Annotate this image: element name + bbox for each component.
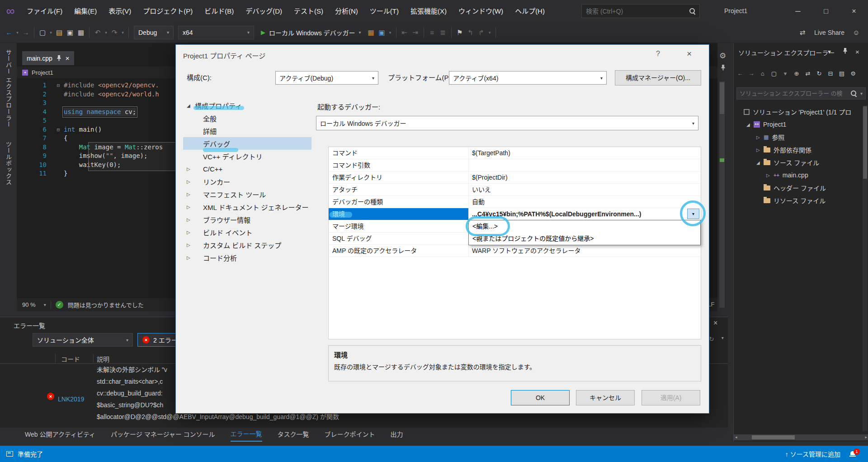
column-header-code[interactable]: コード: [61, 354, 80, 363]
refresh-icon[interactable]: ↻: [816, 68, 823, 79]
fold-marker-icon[interactable]: ⊟: [53, 81, 64, 90]
redo-menu-icon[interactable]: ▾: [120, 26, 126, 39]
column-divider[interactable]: [55, 354, 56, 363]
pending-changes-filter-icon[interactable]: ⊕: [793, 68, 800, 79]
bookmark-icon[interactable]: ⚑: [454, 26, 465, 39]
solution-tree-item[interactable]: ソリューション 'Project1' (1/1 プロ: [734, 105, 862, 118]
config-tree-item[interactable]: ▷C/C++: [183, 162, 311, 175]
close-icon[interactable]: ×: [840, 0, 868, 22]
menu-item[interactable]: テスト(S): [288, 0, 329, 22]
comment-icon[interactable]: ≡: [427, 26, 438, 39]
pin-icon[interactable]: [57, 55, 61, 61]
config-tree-item[interactable]: VC++ ディレクトリ: [183, 150, 311, 162]
solution-tree-item[interactable]: ▷++main.cpp: [734, 169, 862, 181]
save-icon[interactable]: ▣: [65, 26, 75, 39]
pin-icon[interactable]: [843, 48, 848, 54]
config-tree-item[interactable]: ▷ブラウザー情報: [183, 213, 311, 226]
feedback-icon[interactable]: ☺: [851, 26, 862, 39]
solution-tree-item[interactable]: ▷外部依存関係: [734, 143, 862, 156]
back-icon[interactable]: ←: [736, 68, 744, 79]
menu-item[interactable]: 拡張機能(X): [405, 0, 453, 22]
cancel-button[interactable]: キャンセル: [576, 390, 635, 405]
refresh-icon[interactable]: ↻: [709, 335, 714, 343]
new-file-icon[interactable]: ▢: [37, 26, 48, 39]
bookmark-prev-icon[interactable]: ↰: [465, 26, 476, 39]
performance-profiler-icon[interactable]: ▦: [366, 26, 377, 39]
live-share-button[interactable]: Live Share: [814, 29, 844, 36]
solution-explorer-search-box[interactable]: ▾: [736, 87, 866, 100]
outdent-icon[interactable]: ⇤: [399, 26, 410, 39]
home-icon[interactable]: ⌂: [759, 68, 766, 79]
collapse-all-icon[interactable]: ⊟: [827, 68, 834, 79]
undo-menu-icon[interactable]: ▾: [103, 26, 109, 39]
menu-item[interactable]: 分析(N): [329, 0, 364, 22]
property-value[interactable]: 自動: [469, 196, 701, 208]
bookmark-next-icon[interactable]: ↱: [476, 26, 487, 39]
minimize-icon[interactable]: ─: [784, 0, 812, 22]
ok-button[interactable]: OK: [511, 390, 570, 405]
scroll-left-icon[interactable]: ◂: [735, 434, 737, 440]
menu-item[interactable]: 表示(V): [103, 0, 137, 22]
property-value[interactable]: WARP ソフトウェアのアクセラレータ: [469, 245, 701, 257]
add-to-source-control-button[interactable]: ↑ ソース管理に追加: [785, 449, 840, 458]
properties-icon[interactable]: ⚙: [849, 68, 857, 79]
indent-icon[interactable]: ⇥: [410, 26, 421, 39]
property-row[interactable]: デバッガーの種類自動: [329, 196, 701, 208]
tool-window-tab[interactable]: ツールボックス: [4, 141, 13, 186]
solution-platform-dropdown[interactable]: x64 ▾: [178, 26, 254, 39]
redo-icon[interactable]: ↷: [109, 26, 120, 39]
show-all-files-icon[interactable]: ▤: [838, 68, 845, 79]
switch-views-menu-icon[interactable]: ▾: [782, 68, 789, 79]
navigate-forward-icon[interactable]: →: [20, 26, 31, 39]
config-tree-item[interactable]: ▷コード分析: [183, 251, 311, 264]
property-value[interactable]: $(TargetPath): [469, 147, 701, 159]
open-file-icon[interactable]: ▤: [54, 26, 65, 39]
chevron-down-icon[interactable]: ▾: [828, 48, 831, 55]
property-row[interactable]: コマンド$(TargetPath): [329, 147, 701, 159]
fold-marker-icon[interactable]: ⊟: [53, 125, 64, 134]
scroll-right-icon[interactable]: ▸: [865, 434, 867, 440]
solution-tree-item[interactable]: ◢++Project1: [734, 118, 862, 131]
navigation-project-name[interactable]: Project1: [32, 69, 53, 76]
configuration-dropdown[interactable]: アクティブ(Debug) ▾: [275, 71, 378, 85]
apply-button[interactable]: 適用(A): [642, 390, 700, 405]
column-divider[interactable]: [93, 354, 94, 363]
menu-item[interactable]: ツール(T): [364, 0, 405, 22]
health-check-label[interactable]: 問題は見つかりませんでした: [68, 300, 144, 309]
menu-item[interactable]: ウィンドウ(W): [453, 0, 509, 22]
panel-tab[interactable]: 出力: [391, 428, 403, 441]
panel-tab[interactable]: Web 公開アクティビティ: [25, 428, 95, 441]
switch-views-icon[interactable]: ▢: [770, 68, 778, 79]
uncomment-icon[interactable]: ≣: [438, 26, 448, 39]
panel-tab[interactable]: タスク一覧: [278, 428, 309, 441]
menu-item[interactable]: 編集(E): [68, 0, 103, 22]
maximize-icon[interactable]: □: [812, 0, 840, 22]
gear-icon[interactable]: ⚙: [719, 51, 726, 61]
panel-tab[interactable]: パッケージ マネージャー コンソール: [111, 428, 215, 441]
menu-item[interactable]: ヘルプ(H): [509, 0, 551, 22]
scrollbar-thumb[interactable]: [720, 82, 724, 114]
config-tree-item[interactable]: ▷カスタム ビルド ステップ: [183, 238, 311, 251]
document-tab-main-cpp[interactable]: main.cpp ×: [22, 51, 74, 65]
menu-item[interactable]: ファイル(F): [21, 0, 68, 22]
solution-configuration-dropdown[interactable]: Debug ▾: [134, 26, 174, 39]
navigate-back-icon[interactable]: ←: [4, 26, 14, 39]
property-row[interactable]: アタッチいいえ: [329, 184, 701, 196]
editor-scrollbar[interactable]: [719, 81, 725, 308]
error-code-link[interactable]: LNK2019: [58, 395, 84, 403]
menu-item[interactable]: ビルド(B): [198, 0, 240, 22]
configuration-manager-button[interactable]: 構成マネージャー(O)...: [615, 70, 701, 86]
chevron-down-icon[interactable]: ▾: [722, 335, 724, 343]
solution-tree-item[interactable]: ◢ソース ファイル: [734, 156, 862, 169]
screenshot-menu-icon[interactable]: ▾: [387, 26, 393, 39]
tool-window-tab[interactable]: サーバー エクスプローラー: [4, 49, 13, 128]
property-value[interactable]: ...C4¥vc15¥bin;%PATH%$(LocalDebuggerEnvi…: [469, 208, 701, 220]
save-all-icon[interactable]: ▦: [75, 26, 86, 39]
solution-tree-item[interactable]: リソース ファイル: [734, 194, 862, 207]
dropdown-option[interactable]: <親またはプロジェクトの既定値から継承>: [469, 233, 700, 245]
property-row[interactable]: 作業ディレクトリ$(ProjectDir): [329, 171, 701, 184]
property-value[interactable]: いいえ: [469, 184, 701, 195]
undo-icon[interactable]: ↶: [92, 26, 103, 39]
property-row[interactable]: コマンド引数: [329, 159, 701, 171]
close-panel-icon[interactable]: ×: [855, 48, 859, 56]
